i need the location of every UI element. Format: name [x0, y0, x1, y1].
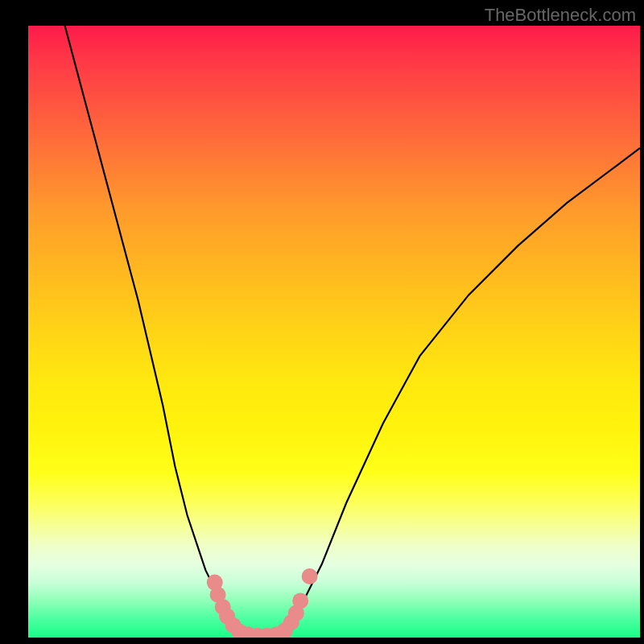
data-marker	[292, 592, 308, 609]
data-marker	[302, 568, 318, 584]
chart-container: TheBottleneck.com	[0, 0, 644, 644]
data-markers	[207, 568, 318, 638]
watermark-text: TheBottleneck.com	[485, 5, 636, 26]
plot-area	[28, 26, 640, 638]
left-curve-line	[65, 26, 249, 638]
curve-overlay	[28, 26, 640, 638]
right-curve-line	[273, 148, 640, 638]
